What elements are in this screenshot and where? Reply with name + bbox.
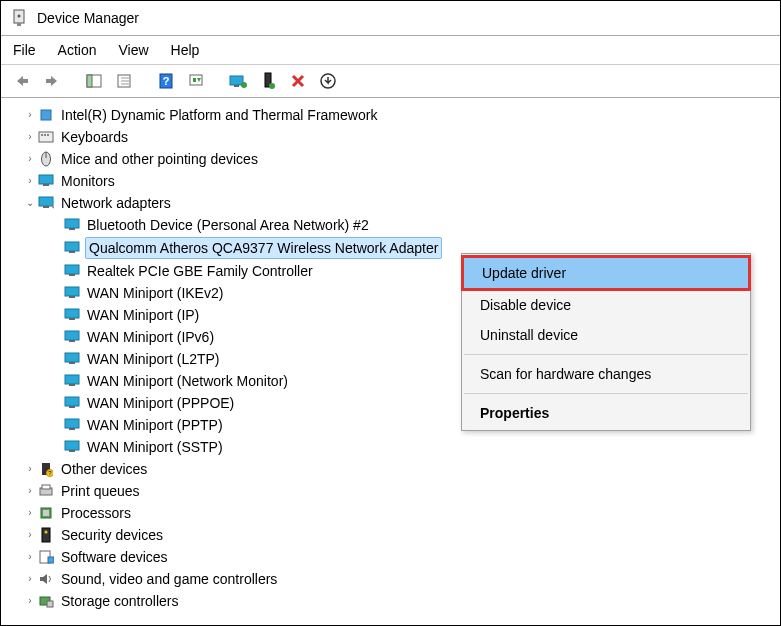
scan-hardware-button[interactable] [183,69,209,93]
svg-rect-57 [42,485,50,489]
tree-item[interactable]: Bluetooth Device (Personal Area Network)… [1,214,780,236]
svg-rect-32 [69,228,75,230]
network-icon [63,239,81,257]
other-icon: ? [37,460,55,478]
expander-icon[interactable]: › [23,525,37,545]
menu-file[interactable]: File [13,42,36,58]
svg-rect-28 [39,197,53,206]
tree-item[interactable]: ›Mice and other pointing devices [1,148,780,170]
svg-rect-47 [65,397,79,406]
svg-rect-48 [69,406,75,408]
expander-icon[interactable]: ⌄ [23,193,37,213]
menu-separator [464,354,748,355]
svg-rect-31 [65,219,79,228]
network-icon [63,438,81,456]
menu-help[interactable]: Help [171,42,200,58]
expander-icon[interactable]: › [23,591,37,611]
ctx-uninstall-device[interactable]: Uninstall device [462,320,750,350]
ctx-properties[interactable]: Properties [462,398,750,428]
software-icon [37,548,55,566]
update-driver-button[interactable] [225,69,251,93]
expander-icon[interactable]: › [23,503,37,523]
svg-rect-36 [69,274,75,276]
svg-rect-42 [69,340,75,342]
keyboard-icon [37,128,55,146]
svg-rect-33 [65,242,79,251]
tree-item[interactable]: ›Storage controllers [1,590,780,612]
printer-icon [37,482,55,500]
menu-action[interactable]: Action [58,42,97,58]
svg-rect-34 [69,251,75,253]
scan-changes-button[interactable] [315,69,341,93]
svg-rect-44 [69,362,75,364]
tree-item[interactable]: ›Print queues [1,480,780,502]
svg-rect-41 [65,331,79,340]
svg-rect-46 [69,384,75,386]
svg-rect-22 [44,134,46,136]
svg-point-15 [241,82,247,88]
show-hide-console-button[interactable] [81,69,107,93]
svg-point-17 [269,83,275,89]
tree-item[interactable]: WAN Miniport (SSTP) [1,436,780,458]
ctx-scan-hardware[interactable]: Scan for hardware changes [462,359,750,389]
svg-point-2 [18,15,21,18]
expander-icon[interactable]: › [23,459,37,479]
tree-item[interactable]: ›Intel(R) Dynamic Platform and Thermal F… [1,104,780,126]
network-icon [63,216,81,234]
disable-device-button[interactable] [255,69,281,93]
tree-item[interactable]: ›Security devices [1,524,780,546]
menu-view[interactable]: View [118,42,148,58]
window-title: Device Manager [37,10,139,26]
tree-item[interactable]: ›Processors [1,502,780,524]
svg-rect-43 [65,353,79,362]
app-icon [11,9,29,27]
svg-rect-21 [41,134,43,136]
mouse-icon [37,150,55,168]
svg-rect-65 [47,601,53,607]
toolbar: ? [1,64,780,98]
tree-item[interactable]: ›Keyboards [1,126,780,148]
svg-point-61 [45,531,48,534]
svg-rect-4 [87,75,92,87]
expander-icon[interactable]: › [23,481,37,501]
properties-button[interactable] [111,69,137,93]
expander-icon[interactable]: › [23,171,37,191]
svg-rect-40 [69,318,75,320]
network-icon [63,372,81,390]
ctx-update-driver[interactable]: Update driver [464,258,748,288]
expander-icon[interactable]: › [23,105,37,125]
ctx-disable-device[interactable]: Disable device [462,290,750,320]
svg-rect-13 [230,76,243,85]
expander-icon[interactable]: › [23,127,37,147]
network-icon [63,416,81,434]
expander-icon[interactable]: › [23,569,37,589]
svg-rect-27 [43,184,49,186]
tree-item-network-adapters[interactable]: ⌄Network adapters [1,192,780,214]
tree-item[interactable]: ›Monitors [1,170,780,192]
device-tree[interactable]: ›Intel(R) Dynamic Platform and Thermal F… [1,98,780,625]
help-button[interactable]: ? [153,69,179,93]
forward-button[interactable] [39,69,65,93]
svg-rect-1 [17,23,21,26]
security-icon [37,526,55,544]
uninstall-device-button[interactable] [285,69,311,93]
svg-text:?: ? [163,75,170,87]
context-menu: Update driver Disable device Uninstall d… [461,253,751,431]
storage-icon [37,592,55,610]
tree-item[interactable]: ›Software devices [1,546,780,568]
svg-rect-45 [65,375,79,384]
svg-rect-51 [65,441,79,450]
tree-item[interactable]: ›?Other devices [1,458,780,480]
menubar: File Action View Help [1,36,780,64]
svg-rect-35 [65,265,79,274]
back-button[interactable] [9,69,35,93]
network-icon [63,284,81,302]
svg-rect-63 [48,557,54,563]
svg-rect-52 [69,450,75,452]
expander-icon[interactable]: › [23,149,37,169]
titlebar: Device Manager [1,1,780,36]
svg-rect-39 [65,309,79,318]
expander-icon[interactable]: › [23,547,37,567]
chip-icon [37,106,55,124]
tree-item[interactable]: ›Sound, video and game controllers [1,568,780,590]
